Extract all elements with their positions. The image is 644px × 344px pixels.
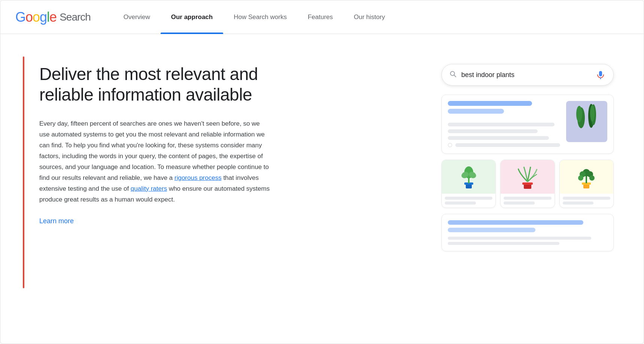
logo-letter-o2: o (33, 9, 40, 25)
result-bullet (448, 143, 452, 147)
header: Google Search Overview Our approach How … (0, 0, 644, 34)
spacer (448, 117, 560, 120)
result-desc-line3 (448, 136, 549, 140)
logo-letter-l: l (47, 9, 49, 25)
plant-card-line5 (563, 197, 610, 200)
plant-card-line1 (445, 197, 492, 200)
bottom-desc-lines (448, 237, 607, 245)
search-icon (449, 70, 457, 80)
text-content: Deliver the most relevant and reliable i… (39, 56, 271, 288)
page-wrapper: Google Search Overview Our approach How … (0, 0, 644, 344)
plant-card-img-1 (442, 160, 495, 194)
main-nav: Overview Our approach How Search works F… (113, 0, 395, 34)
plant-card-2 (500, 160, 555, 208)
search-query-text: best indoor plants (461, 71, 591, 79)
bottom-desc-line1 (448, 237, 591, 240)
result-desc-line1 (448, 123, 555, 126)
learn-more-link[interactable]: Learn more (39, 217, 74, 225)
plant-card-line2 (445, 202, 476, 205)
result-dot-row (448, 143, 560, 147)
result-card-bottom (441, 214, 614, 251)
plant-card-img-2 (501, 160, 554, 194)
plant-card-3 (559, 160, 614, 208)
search-bar-illustration: best indoor plants (441, 64, 614, 86)
plant-card-line3 (504, 197, 551, 200)
left-section: Deliver the most relevant and reliable i… (23, 56, 426, 288)
bottom-title-line1 (448, 220, 583, 225)
svg-point-27 (578, 175, 583, 181)
svg-rect-19 (522, 182, 533, 185)
quality-raters-link[interactable]: quality raters (131, 185, 167, 192)
plant-card-line4 (504, 202, 535, 205)
plant-card-img-3 (560, 160, 613, 194)
bottom-title-line2 (448, 228, 535, 232)
plant-card-text-3 (560, 194, 613, 208)
main-content: Deliver the most relevant and reliable i… (0, 34, 644, 344)
google-logo: Google Search (15, 9, 91, 25)
logo-letter-e: e (49, 9, 57, 25)
result-card-top (441, 95, 614, 154)
right-illustration: best indoor plants (441, 56, 614, 251)
result-bullet-line (455, 143, 560, 147)
mic-icon[interactable] (595, 70, 606, 80)
plant-card-line6 (563, 202, 594, 205)
nav-item-our-history[interactable]: Our history (343, 0, 395, 34)
result-title-line2 (448, 109, 504, 114)
nav-item-overview[interactable]: Overview (113, 0, 161, 34)
svg-point-9 (590, 105, 595, 122)
red-accent-bar (23, 56, 24, 288)
plant-cards-row (441, 160, 614, 208)
nav-item-our-approach[interactable]: Our approach (161, 0, 223, 34)
svg-point-28 (589, 175, 595, 181)
plant-card-text-1 (442, 194, 495, 208)
svg-line-1 (454, 75, 456, 77)
result-desc-line2 (448, 129, 538, 133)
svg-point-6 (576, 106, 582, 122)
result-title-line1 (448, 101, 532, 106)
nav-item-features[interactable]: Features (297, 0, 343, 34)
bottom-desc-line2 (448, 242, 559, 245)
rigorous-process-link[interactable]: rigorous process (174, 174, 222, 181)
logo-letter-g: G (15, 9, 25, 25)
result-text-lines (448, 101, 560, 147)
logo-search-text: Search (60, 11, 91, 23)
nav-item-how-search-works[interactable]: How Search works (223, 0, 297, 34)
plant-image-big (566, 101, 607, 142)
logo-letter-o1: o (25, 9, 33, 25)
page-headline: Deliver the most relevant and reliable i… (39, 64, 271, 105)
plant-card-text-2 (501, 194, 554, 208)
logo-letter-g2: g (40, 9, 47, 25)
plant-card-1 (441, 160, 496, 208)
svg-rect-4 (568, 103, 605, 140)
logo-area: Google Search (15, 9, 91, 25)
body-paragraph: Every day, fifteen percent of searches a… (39, 119, 271, 205)
